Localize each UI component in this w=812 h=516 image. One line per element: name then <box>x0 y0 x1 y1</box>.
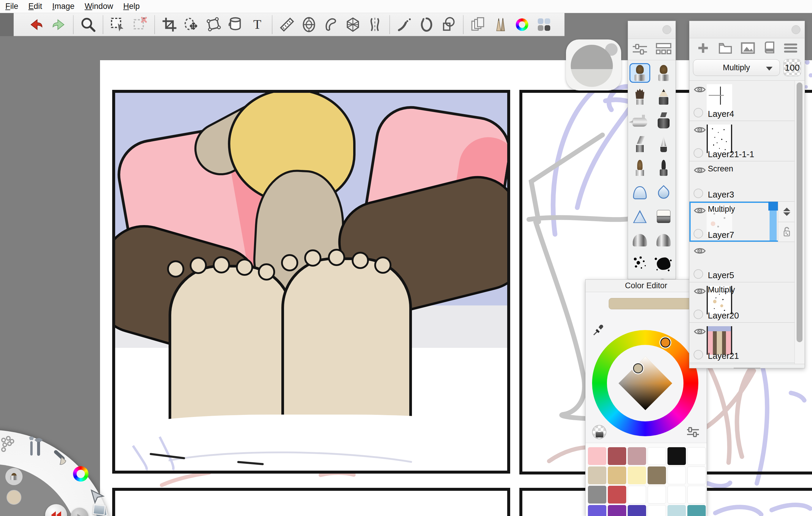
layer-toggle-circle[interactable] <box>694 229 703 238</box>
curve-ruler-icon[interactable] <box>322 16 340 34</box>
brush-layout-icon[interactable] <box>656 42 671 57</box>
swatch[interactable] <box>588 466 606 484</box>
radial-pages-icon[interactable] <box>93 504 108 516</box>
layer-row-layer5[interactable]: Layer5 <box>690 242 795 282</box>
curve-snap-icon[interactable] <box>395 16 414 34</box>
redo-icon[interactable] <box>49 16 68 34</box>
brush-item-brush-2[interactable] <box>653 63 674 83</box>
radial-color-wheel-icon[interactable] <box>73 466 88 482</box>
brush-panel-handle-icon[interactable] <box>662 25 671 34</box>
unlock-icon[interactable] <box>778 222 795 242</box>
blend-mode-dropdown[interactable]: Multiply <box>693 59 780 76</box>
add-folder-icon[interactable] <box>718 42 732 55</box>
radial-brush-chip[interactable] <box>5 468 23 485</box>
ellipse-snap-icon[interactable] <box>417 16 436 34</box>
layer-reorder-icon[interactable] <box>778 202 795 222</box>
swatch[interactable] <box>608 447 626 465</box>
brush-item-blur-drop[interactable] <box>653 182 674 201</box>
add-image-layer-icon[interactable] <box>741 42 755 55</box>
ellipse-select-move-icon[interactable] <box>182 16 201 34</box>
comic-panel-1-artwork[interactable] <box>112 90 510 474</box>
visibility-eye-icon[interactable] <box>694 327 706 337</box>
radial-current-color-chip[interactable] <box>6 490 21 505</box>
menu-help[interactable]: Help <box>123 2 140 11</box>
swatch[interactable] <box>647 486 666 504</box>
radial-tools-icon[interactable] <box>27 435 46 458</box>
visibility-eye-icon[interactable] <box>694 85 706 95</box>
brush-item-rough-brush[interactable] <box>630 87 650 107</box>
rgb-sliders-icon[interactable] <box>686 426 700 439</box>
layer-panel-header[interactable] <box>690 21 805 38</box>
menu-file[interactable]: File <box>5 2 19 11</box>
visibility-eye-icon[interactable] <box>694 126 706 135</box>
menu-edit[interactable]: Edit <box>28 2 42 11</box>
layer-toggle-circle[interactable] <box>694 108 703 117</box>
layer-menu-icon[interactable] <box>784 42 798 55</box>
layer-opacity-field[interactable]: 100 <box>784 59 801 76</box>
swatch[interactable] <box>647 466 666 484</box>
perspective-ruler-icon[interactable] <box>344 16 362 34</box>
layer-toggle-circle[interactable] <box>694 189 703 198</box>
swatch[interactable] <box>667 486 686 504</box>
undo-icon[interactable] <box>27 16 46 34</box>
layer-row-layer7-selected[interactable]: Multiply Layer7 <box>690 202 795 242</box>
swatch[interactable] <box>687 505 706 516</box>
swatch[interactable] <box>608 505 626 516</box>
layer-material-icon[interactable] <box>764 41 776 56</box>
layer-toggle-circle[interactable] <box>694 350 703 359</box>
workspace-layout-icon[interactable] <box>535 16 553 34</box>
brush-item-marker[interactable] <box>653 111 674 130</box>
pages-panel-icon[interactable] <box>469 16 487 34</box>
brush-item-brush[interactable] <box>630 63 650 83</box>
swatch[interactable] <box>588 486 606 504</box>
layer-row-layer21-1-1[interactable]: Layer21-1-1 <box>690 121 795 161</box>
layer-toggle-circle[interactable] <box>694 148 703 158</box>
radial-paintbrush-icon[interactable] <box>53 448 72 468</box>
brush-item-pencil[interactable] <box>653 87 674 107</box>
layer-toggle-circle[interactable] <box>694 269 703 279</box>
color-wheel-icon[interactable] <box>513 16 531 34</box>
brush-item-soft-watercolor[interactable] <box>630 182 650 201</box>
layer-row-layer21[interactable]: Layer21 <box>690 323 795 363</box>
layer-scrollbar[interactable] <box>794 81 805 364</box>
add-layer-icon[interactable] <box>697 41 709 56</box>
swatch[interactable] <box>588 505 606 516</box>
brush-item-smudge[interactable] <box>630 229 650 249</box>
swatch[interactable] <box>608 466 626 484</box>
radial-cursor-icon[interactable] <box>89 488 106 506</box>
polygon-transform-icon[interactable] <box>204 16 223 34</box>
brush-item-splatter-blob[interactable] <box>653 253 674 273</box>
sv-cursor[interactable] <box>633 363 643 373</box>
layer-row-layer4[interactable]: Layer4 <box>690 81 795 121</box>
swatch[interactable] <box>628 447 646 465</box>
layer-drag-bar[interactable] <box>770 203 777 241</box>
text-tool-icon[interactable]: T <box>248 16 266 34</box>
swatch[interactable] <box>687 466 706 484</box>
swatch[interactable] <box>647 447 666 465</box>
visibility-eye-icon[interactable] <box>694 247 706 256</box>
symmetry-ruler-icon[interactable] <box>366 16 384 34</box>
radial-dots-icon[interactable] <box>0 435 17 453</box>
brush-item-ink-brush[interactable] <box>653 158 674 178</box>
swatch[interactable] <box>647 505 666 516</box>
eyedropper-icon[interactable] <box>592 324 605 338</box>
brush-item-sharp-watercolor[interactable] <box>630 206 650 225</box>
brush-settings-icon[interactable] <box>632 42 647 57</box>
swatch[interactable] <box>687 486 706 504</box>
swatch[interactable] <box>667 505 686 516</box>
brush-edit-icon[interactable] <box>491 16 509 34</box>
brush-item-smudge-2[interactable] <box>653 229 674 249</box>
layer-row-layer20[interactable]: Multiply Layer20 <box>690 282 795 323</box>
menu-window[interactable]: Window <box>85 2 113 11</box>
layer-panel-handle-icon[interactable] <box>791 25 801 34</box>
shape-snap-icon[interactable] <box>439 16 458 34</box>
rotation-dial[interactable] <box>566 39 621 90</box>
brush-panel-header[interactable] <box>628 21 675 39</box>
visibility-eye-icon[interactable] <box>694 166 706 176</box>
swatch[interactable] <box>628 466 646 484</box>
zoom-tool-icon[interactable] <box>79 16 97 34</box>
menu-image[interactable]: Image <box>52 2 75 11</box>
layer-panel-resize-grip[interactable] <box>690 364 805 372</box>
visibility-eye-icon[interactable] <box>694 287 706 297</box>
dial-disc[interactable] <box>571 45 613 87</box>
